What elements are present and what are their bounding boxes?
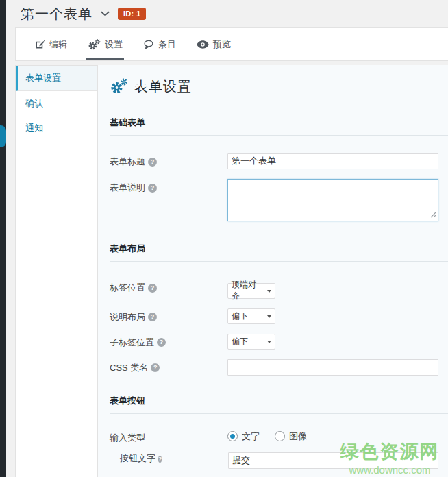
- button-text-label: 按钮文字: [120, 453, 155, 463]
- text-cursor: [232, 182, 232, 192]
- pencil-icon: [35, 39, 45, 49]
- input-type-radio-text[interactable]: 文字: [227, 430, 260, 443]
- sublabel-position-label-wrap: 子标签位置 ?: [110, 334, 227, 349]
- field-row-form-description: 表单说明 ?: [110, 179, 438, 223]
- tab-settings[interactable]: 设置: [86, 28, 124, 60]
- gears-icon: [88, 38, 101, 50]
- gears-icon: [110, 77, 128, 96]
- input-type-label: 输入类型: [110, 432, 145, 444]
- description-layout-select[interactable]: 偏下: [227, 308, 275, 324]
- description-layout-label: 说明布局: [110, 311, 145, 323]
- help-icon[interactable]: ?: [151, 363, 160, 372]
- form-title-label: 表单标题: [110, 156, 145, 168]
- button-text-input[interactable]: [228, 452, 438, 469]
- form-description-textarea[interactable]: [227, 179, 438, 221]
- field-row-input-type: 输入类型 文字 图像: [110, 429, 438, 444]
- tab-preview-label: 预览: [213, 38, 231, 51]
- speech-bubble-icon: [143, 39, 154, 50]
- description-layout-label-wrap: 说明布局 ?: [110, 308, 227, 323]
- tab-edit-label: 编辑: [49, 38, 67, 51]
- help-icon[interactable]: ?: [148, 284, 157, 293]
- tab-edit[interactable]: 编辑: [34, 28, 69, 60]
- form-description-label: 表单说明: [110, 182, 145, 194]
- form-settings-panel: 表单设置 基础表单 表单标题 ? 表单说明 ? 表单布局: [98, 65, 448, 477]
- radio-checked-icon: [227, 431, 238, 441]
- page-title: 表单设置: [98, 65, 448, 96]
- label-position-label-wrap: 标签位置 ?: [110, 279, 227, 294]
- caret-down-icon: [267, 315, 271, 318]
- css-class-label-wrap: CSS 类名 ?: [110, 359, 227, 374]
- input-type-label-wrap: 输入类型: [110, 429, 227, 444]
- sublabel-position-label: 子标签位置: [110, 337, 154, 349]
- sublabel-position-select[interactable]: 偏下: [227, 334, 275, 350]
- label-position-select-value: 顶端对齐: [232, 279, 264, 302]
- sidebar-item-label: 通知: [25, 123, 43, 133]
- sidebar-item-label: 确认: [25, 98, 43, 108]
- tab-preview[interactable]: 预览: [195, 28, 232, 60]
- resize-handle-icon[interactable]: [430, 210, 436, 220]
- tab-entries-label: 条目: [158, 38, 176, 51]
- admin-menu-strip: [0, 0, 6, 477]
- help-icon[interactable]: ?: [148, 184, 157, 193]
- label-position-select[interactable]: 顶端对齐: [227, 283, 275, 299]
- section-basic-form: 基础表单: [110, 117, 448, 136]
- input-type-text-label: 文字: [242, 430, 260, 443]
- eye-icon: [197, 40, 209, 49]
- description-layout-select-value: 偏下: [232, 310, 248, 322]
- input-type-radio-image[interactable]: 图像: [275, 430, 307, 443]
- page-header: 第一个表单 ID: 1: [21, 3, 146, 24]
- field-row-sublabel-position: 子标签位置 ? 偏下: [110, 334, 438, 350]
- caret-down-icon: [267, 341, 271, 343]
- admin-menu-notch-icon[interactable]: [0, 125, 6, 147]
- field-row-form-title: 表单标题 ?: [110, 153, 438, 169]
- form-title-label-wrap: 表单标题 ?: [110, 153, 227, 168]
- page-title-text: 表单设置: [134, 77, 192, 96]
- tab-entries[interactable]: 条目: [142, 28, 177, 60]
- chevron-down-icon[interactable]: [101, 11, 110, 16]
- help-icon[interactable]: ?: [158, 456, 162, 463]
- field-row-description-layout: 说明布局 ? 偏下: [110, 308, 438, 324]
- caret-down-icon: [267, 290, 271, 293]
- form-id-badge: ID: 1: [118, 8, 146, 20]
- css-class-label: CSS 类名: [110, 362, 148, 374]
- section-form-layout: 表单布局: [110, 243, 448, 262]
- sidebar-item-notifications[interactable]: 通知: [16, 116, 97, 140]
- field-row-label-position: 标签位置 ? 顶端对齐: [110, 279, 438, 299]
- sublabel-position-select-value: 偏下: [232, 336, 248, 347]
- tab-settings-label: 设置: [105, 38, 123, 51]
- help-icon[interactable]: ?: [157, 338, 166, 347]
- help-icon[interactable]: ?: [148, 158, 157, 167]
- field-row-css-class: CSS 类名 ?: [110, 359, 438, 376]
- settings-sidebar: 表单设置 确认 通知: [15, 65, 98, 477]
- label-position-label: 标签位置: [110, 282, 145, 294]
- button-text-label-wrap: 按钮文字 ?: [120, 452, 228, 465]
- form-title: 第一个表单: [21, 5, 92, 23]
- field-row-button-text: 按钮文字 ?: [114, 452, 438, 469]
- sidebar-item-confirmations[interactable]: 确认: [16, 91, 97, 116]
- radio-unchecked-icon: [275, 431, 285, 441]
- css-class-input[interactable]: [227, 359, 438, 376]
- help-icon[interactable]: ?: [148, 313, 157, 321]
- input-type-image-label: 图像: [289, 430, 307, 443]
- form-title-input[interactable]: [227, 153, 438, 169]
- sidebar-item-label: 表单设置: [25, 73, 61, 83]
- form-description-label-wrap: 表单说明 ?: [110, 179, 227, 194]
- sidebar-item-form-settings[interactable]: 表单设置: [16, 66, 97, 91]
- form-toolbar-tabs: 编辑 设置 条目 预览: [15, 27, 448, 61]
- section-form-button: 表单按钮: [110, 395, 448, 414]
